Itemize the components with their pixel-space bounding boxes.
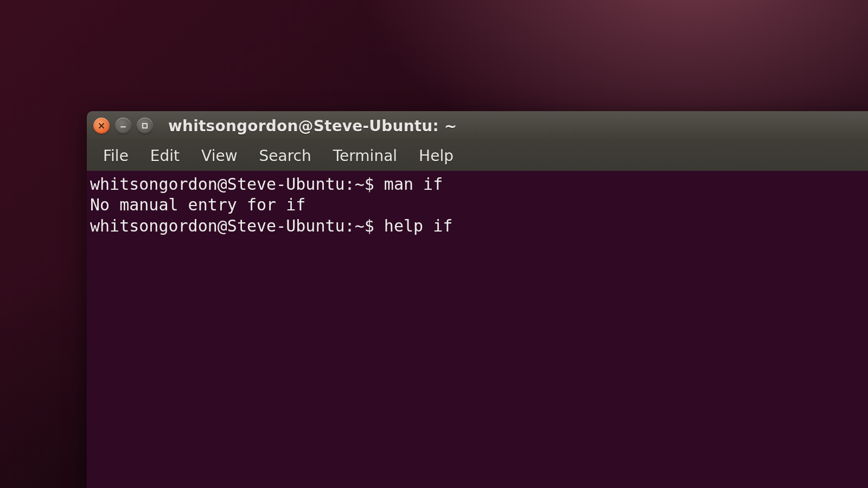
svg-rect-0	[143, 124, 147, 128]
command-text: help if	[384, 216, 452, 235]
menu-file[interactable]: File	[92, 144, 139, 168]
menu-view[interactable]: View	[190, 144, 248, 168]
prompt: whitsongordon@Steve-Ubuntu:~$	[90, 175, 374, 194]
menu-terminal[interactable]: Terminal	[322, 144, 408, 168]
titlebar[interactable]: whitsongordon@Steve-Ubuntu: ~	[87, 111, 868, 140]
terminal-body[interactable]: whitsongordon@Steve-Ubuntu:~$ man ifNo m…	[87, 171, 868, 488]
terminal-window: whitsongordon@Steve-Ubuntu: ~ File Edit …	[87, 111, 868, 488]
menu-search[interactable]: Search	[248, 144, 322, 168]
maximize-icon	[141, 122, 149, 130]
menu-help[interactable]: Help	[408, 144, 464, 168]
terminal-line: No manual entry for if	[90, 195, 865, 215]
terminal-line: whitsongordon@Steve-Ubuntu:~$ help if	[90, 216, 865, 236]
maximize-button[interactable]	[137, 118, 153, 134]
close-icon	[98, 122, 105, 130]
prompt: whitsongordon@Steve-Ubuntu:~$	[90, 216, 374, 235]
minimize-icon	[119, 122, 127, 130]
terminal-line: whitsongordon@Steve-Ubuntu:~$ man if	[90, 174, 865, 195]
window-controls	[93, 118, 153, 134]
menubar: File Edit View Search Terminal Help	[87, 140, 868, 171]
command-text: man if	[384, 175, 443, 194]
menu-edit[interactable]: Edit	[139, 144, 190, 168]
close-button[interactable]	[93, 118, 110, 134]
output-text: No manual entry for if	[90, 195, 305, 214]
minimize-button[interactable]	[115, 118, 131, 134]
window-title: whitsongordon@Steve-Ubuntu: ~	[168, 117, 457, 135]
